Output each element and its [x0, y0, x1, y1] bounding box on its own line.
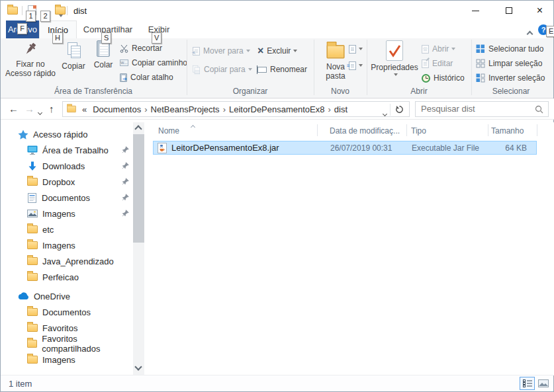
breadcrumb-segment[interactable]: dist: [334, 104, 347, 114]
paste-shortcut-icon: ➔: [120, 73, 127, 82]
close-button[interactable]: ×: [525, 1, 554, 20]
rename-button[interactable]: Renomear: [257, 63, 307, 76]
recent-locations-chevron-icon[interactable]: [38, 106, 42, 116]
address-dropdown-chevron-icon[interactable]: [383, 108, 387, 118]
pin-to-quick-access-button[interactable]: Fixar no Acesso rápido: [5, 40, 56, 78]
invert-selection-icon: [476, 73, 485, 83]
sidebar-item-documents[interactable]: Documentos: [1, 190, 133, 206]
sidebar-item-etc[interactable]: etc: [1, 221, 133, 237]
group-label-open: Abrir: [383, 87, 455, 96]
picture-icon: [27, 210, 38, 217]
minimize-icon: [472, 11, 479, 11]
divider: [390, 104, 391, 116]
move-to-button[interactable]: ◄ Mover para: [193, 44, 250, 58]
edit-button[interactable]: Editar: [422, 57, 453, 70]
back-icon[interactable]: ←: [9, 104, 19, 114]
column-header-name[interactable]: Nome: [158, 126, 179, 136]
details-view-icon: [523, 379, 532, 387]
select-none-button[interactable]: Limpar seleção: [476, 57, 542, 70]
sidebar-item-onedrive[interactable]: OneDrive: [1, 288, 133, 304]
group-label-clipboard: Área de Transferência: [21, 87, 166, 96]
search-box[interactable]: [415, 101, 549, 117]
explorer-window: dist 1 2 × Arquivo Início Compartilhar E…: [0, 0, 554, 392]
copy-to-button[interactable]: Copiar para: [193, 63, 252, 76]
open-icon: ➔: [422, 45, 429, 54]
folder-icon: [27, 178, 38, 186]
sidebar-item-shared-favorites[interactable]: Favoritos compartilhados: [1, 336, 133, 352]
column-divider[interactable]: [317, 124, 318, 136]
breadcrumb-segment[interactable]: Documentos: [93, 104, 141, 114]
up-icon[interactable]: ↑: [49, 104, 54, 114]
cut-button[interactable]: Recortar: [120, 42, 162, 55]
breadcrumb-segment[interactable]: NetBeansProjects: [151, 104, 220, 114]
move-to-icon: ◄: [193, 47, 200, 56]
maximize-icon: [506, 7, 512, 14]
file-name: LeitorDePensamentoEx8.jar: [171, 143, 279, 153]
details-view-button[interactable]: [520, 377, 535, 390]
sidebar-item-pictures[interactable]: Imagens: [1, 206, 133, 221]
scissors-icon: [120, 44, 128, 53]
download-arrow-icon: [28, 161, 37, 171]
open-button[interactable]: ➔ Abrir: [422, 42, 455, 56]
delete-button[interactable]: × Excluir: [257, 44, 297, 58]
qat-customize-chevron-icon[interactable]: [56, 9, 63, 19]
sidebar-item-onedrive-documents[interactable]: Documentos: [1, 304, 133, 320]
sidebar-item-quick-access[interactable]: Acesso rápido: [1, 126, 133, 142]
forward-icon[interactable]: →: [24, 104, 34, 114]
breadcrumb-segment[interactable]: LeitorDePensamentoEx8: [229, 104, 325, 114]
paste-button[interactable]: Colar: [89, 40, 117, 69]
sidebar-item-java-aprendizado[interactable]: Java_Aprendizado: [1, 253, 133, 269]
keytip-qat1: 1: [26, 11, 36, 22]
column-divider[interactable]: [488, 124, 488, 136]
copy-button[interactable]: Copiar: [59, 40, 88, 71]
column-header-size[interactable]: Tamanho: [491, 126, 524, 136]
onedrive-cloud-icon: [17, 292, 29, 300]
scrollbar-thumb[interactable]: [133, 134, 144, 243]
pin-icon: [122, 178, 129, 185]
address-bar[interactable]: « Documentos › NetBeansProjects › Leitor…: [62, 101, 410, 117]
breadcrumb-separator: ›: [328, 104, 331, 114]
invert-selection-button[interactable]: Inverter seleção: [476, 71, 545, 85]
file-row-selected[interactable]: LeitorDePensamentoEx8.jar 26/07/2019 00:…: [153, 141, 537, 155]
folder-icon: [27, 225, 38, 233]
select-all-button[interactable]: Selecionar tudo: [476, 42, 543, 56]
sidebar-item-desktop[interactable]: Área de Trabalho: [1, 142, 133, 158]
keytip-help: E: [546, 26, 554, 37]
sidebar-item-onedrive-images[interactable]: Imagens: [1, 352, 133, 368]
group-divider: [367, 40, 367, 95]
breadcrumb-overflow[interactable]: «: [82, 104, 87, 114]
sidebar-scrollbar[interactable]: [133, 122, 144, 375]
column-divider[interactable]: [537, 124, 537, 136]
search-input[interactable]: [421, 104, 527, 114]
refresh-icon[interactable]: [395, 105, 404, 114]
maximize-button[interactable]: [494, 1, 524, 20]
history-clock-icon: [422, 74, 430, 83]
address-folder-icon: [67, 106, 76, 112]
document-icon: [28, 193, 36, 203]
sidebar-item-dropbox[interactable]: Dropbox: [1, 174, 133, 190]
copy-path-button[interactable]: w... Copiar caminho: [120, 56, 187, 69]
easy-access-button[interactable]: ≡: [349, 59, 363, 72]
new-item-button[interactable]: [349, 42, 363, 56]
sidebar-item-downloads[interactable]: Downloads: [1, 158, 133, 174]
desktop-icon: [27, 145, 38, 155]
column-header-type[interactable]: Tipo: [411, 126, 426, 136]
sidebar-item-perfeicao[interactable]: Perfeicao: [1, 269, 133, 285]
minimize-button[interactable]: [461, 1, 490, 20]
column-divider[interactable]: [406, 124, 407, 136]
thumbnail-view-button[interactable]: [537, 378, 549, 389]
copy-to-icon: [193, 65, 197, 73]
paste-shortcut-button[interactable]: ➔ Colar atalho: [120, 71, 173, 84]
column-header-date[interactable]: Data de modificaç...: [330, 126, 400, 136]
group-divider: [187, 40, 187, 95]
title-bar: dist 1 2 ×: [1, 1, 553, 20]
folder-icon: [27, 340, 37, 348]
ribbon-collapse-icon[interactable]: [528, 28, 532, 38]
sidebar-item-images[interactable]: Imagens: [1, 237, 133, 253]
history-button[interactable]: Histórico: [422, 71, 465, 85]
scroll-down-icon[interactable]: [134, 363, 142, 370]
quick-access-star-icon: [18, 130, 28, 139]
scroll-up-icon[interactable]: [134, 125, 142, 132]
properties-button[interactable]: Propriedades: [370, 40, 419, 76]
pin-icon: [122, 194, 129, 201]
